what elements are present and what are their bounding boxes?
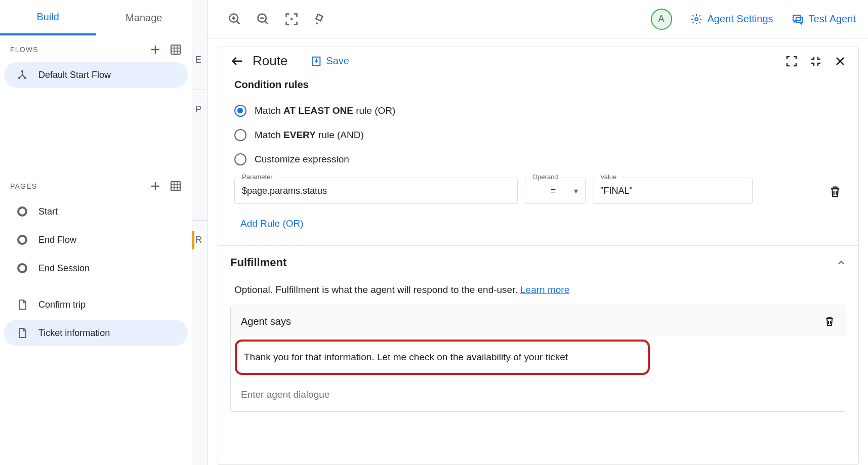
gear-icon [690,13,702,25]
circle-icon [16,262,28,274]
chevron-down-icon: ▾ [574,186,578,196]
fulfillment-description: Optional. Fulfillment is what the agent … [230,271,846,306]
canvas-gutter: E P R [192,0,208,465]
radio-every[interactable]: Match EVERY rule (AND) [230,125,846,145]
main-area: A Agent Settings Test Agent Route [208,0,868,465]
expand-icon[interactable] [786,55,798,67]
page-item-start[interactable]: Start [4,198,188,225]
svg-point-1 [21,70,23,72]
gutter-letter: P [192,100,207,119]
gutter-letter: R [192,231,207,249]
save-icon [311,56,322,67]
parameter-label: Parameter [240,173,275,181]
radio-label: Match EVERY rule (AND) [255,130,364,141]
back-icon[interactable] [230,54,244,68]
flow-icon [16,69,28,81]
radio-label: Match AT LEAST ONE rule (OR) [255,105,395,116]
file-icon [16,327,28,339]
collapse-icon[interactable] [810,55,822,67]
radio-customize[interactable]: Customize expression [230,149,846,170]
parameter-input[interactable]: Parameter [234,178,518,204]
route-panel: Route Save Condition rules [218,47,859,465]
operand-value: = [532,186,574,196]
save-button[interactable]: Save [311,55,349,67]
circle-icon [16,205,28,218]
panel-header: Route Save [218,47,858,75]
radio-label: Customize expression [255,154,349,165]
radio-at-least-one[interactable]: Match AT LEAST ONE rule (OR) [230,101,846,121]
flow-item-default[interactable]: Default Start Flow [4,62,188,88]
page-label: Ticket information [38,328,110,339]
operand-label: Operand [530,173,560,181]
pages-grid-icon[interactable] [170,180,182,192]
add-rule-button[interactable]: Add Rule (OR) [230,204,314,245]
page-label: Start [38,206,58,217]
agent-settings-button[interactable]: Agent Settings [690,13,773,25]
flows-section: FLOWS Default Start Flow [0,35,192,172]
delete-rule-icon[interactable] [828,185,842,199]
sidebar: Build Manage FLOWS Default Start Flow PA… [0,0,192,465]
reset-icon[interactable] [313,12,327,26]
svg-point-11 [695,18,698,21]
fit-view-icon[interactable] [284,12,299,26]
page-item-end-session[interactable]: End Session [4,255,188,281]
agent-settings-label: Agent Settings [708,13,773,25]
page-item-end-flow[interactable]: End Flow [4,227,188,253]
delete-response-icon[interactable] [823,315,836,327]
add-flow-icon[interactable] [149,44,161,56]
condition-rule-row: Parameter Operand = ▾ Value [230,174,846,204]
value-value[interactable] [600,186,745,196]
close-icon[interactable] [834,55,846,67]
tab-manage[interactable]: Manage [96,0,192,35]
save-label: Save [326,55,349,67]
page-label: End Session [38,263,90,274]
test-agent-button[interactable]: Test Agent [792,13,856,25]
page-label: Confirm trip [38,300,86,310]
svg-point-10 [291,18,293,20]
parameter-value[interactable] [242,186,510,196]
gutter-letter: E [192,51,207,69]
tab-build[interactable]: Build [0,0,96,35]
flow-label: Default Start Flow [38,70,111,80]
fulfillment-title: Fulfillment [230,256,286,269]
operand-select[interactable]: Operand = ▾ [525,178,586,204]
flows-grid-icon[interactable] [170,44,182,56]
topbar: A Agent Settings Test Agent [208,0,868,38]
learn-more-link[interactable]: Learn more [520,284,569,295]
page-item-ticket-information[interactable]: Ticket information [4,320,188,346]
page-label: End Flow [38,235,76,245]
panel-title: Route [253,53,287,69]
radio-icon [234,105,246,117]
svg-rect-0 [171,45,180,54]
agent-says-box: Agent says Thank you for that informatio… [230,306,846,412]
circle-icon [16,234,28,246]
flows-header: FLOWS [10,46,38,54]
sidebar-tabs: Build Manage [0,0,192,35]
file-icon [16,299,28,311]
svg-point-5 [18,207,26,216]
radio-icon [234,129,246,141]
svg-rect-4 [171,182,180,191]
agent-dialogue-input[interactable] [231,378,846,411]
chevron-up-icon[interactable] [836,258,846,268]
chat-icon [792,13,804,25]
value-label: Value [598,173,618,181]
pages-section: PAGES Start End Flow End Session [0,172,192,465]
radio-icon [234,153,246,165]
svg-point-6 [18,236,26,244]
zoom-out-icon[interactable] [256,12,270,26]
value-input[interactable]: Value [593,178,753,204]
condition-rules-title: Condition rules [230,75,846,101]
pages-header: PAGES [10,182,37,190]
agent-says-title: Agent says [241,316,291,327]
svg-point-7 [18,264,26,272]
page-item-confirm-trip[interactable]: Confirm trip [4,291,188,318]
fulfillment-section: Fulfillment Optional. Fulfillment is wha… [218,245,858,412]
agent-says-text[interactable]: Thank you for that information. Let me c… [235,340,650,375]
avatar[interactable]: A [651,9,672,30]
add-page-icon[interactable] [149,180,161,192]
zoom-in-icon[interactable] [228,12,242,26]
test-agent-label: Test Agent [809,13,856,25]
